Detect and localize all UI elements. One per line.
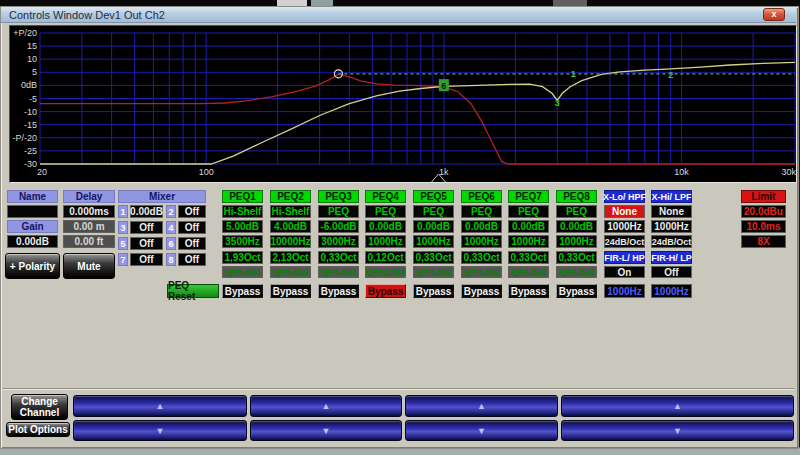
limit-release[interactable]: 8X	[741, 235, 786, 248]
close-button[interactable]: x	[763, 8, 785, 21]
peq-frequency-cell[interactable]: 1000Hz	[365, 235, 406, 248]
lpf-type[interactable]: None	[651, 205, 692, 218]
mixer-input-level[interactable]: 0.00dB	[130, 205, 163, 218]
lpf-frequency[interactable]: 1000Hz	[651, 220, 692, 233]
peq-gain-cell[interactable]: 0.00dB	[461, 220, 502, 233]
y-axis-tick-label: 0dB	[21, 80, 37, 90]
plot-options-button[interactable]: Plot Options	[6, 422, 70, 437]
fir-highpass-header: FIR-H/ LP	[651, 251, 692, 264]
mixer-input-level[interactable]: Off	[178, 253, 206, 266]
channel-down-bar[interactable]: ▼	[405, 420, 558, 441]
mixer-input-level[interactable]: Off	[130, 221, 163, 234]
plot-canvas[interactable]: +P/20151050dB-5-10-15-P/-20-25-30201001k…	[10, 26, 796, 182]
mixer-input-number: 2	[166, 205, 176, 218]
limit-threshold[interactable]: 20.0dBu	[741, 205, 786, 218]
peq-frequency-cell[interactable]: 10000Hz	[270, 235, 311, 248]
hpf-type[interactable]: None	[604, 205, 645, 218]
limit-header: Limit	[741, 190, 786, 203]
channel-down-bar[interactable]: ▼	[561, 420, 794, 441]
channel-up-bar[interactable]: ▲	[73, 395, 247, 417]
fir-lowpass-header: FIR-L/ HP	[604, 251, 645, 264]
peq-type-cell[interactable]: PEQ	[413, 205, 454, 218]
peq-bypass-button[interactable]: Bypass	[222, 284, 263, 298]
peq-type-cell[interactable]: PEQ	[365, 205, 406, 218]
channel-down-bar[interactable]: ▼	[250, 420, 402, 441]
delay-feet-field[interactable]: 0.00 ft	[63, 235, 115, 248]
peq-frequency-cell[interactable]: 1000Hz	[461, 235, 502, 248]
peq-band-header: PEQ2	[270, 190, 311, 203]
eq-band-marker[interactable]: 3	[555, 98, 560, 108]
mixer-input-level[interactable]: Off	[130, 253, 163, 266]
mixer-input-level[interactable]: Off	[178, 205, 206, 218]
mixer-input-level[interactable]: Off	[178, 237, 206, 250]
peq-frequency-cell[interactable]: 1000Hz	[413, 235, 454, 248]
mixer-input-number: 5	[118, 237, 128, 250]
eq-band-marker[interactable]: 1	[571, 69, 576, 79]
hpf-frequency[interactable]: 1000Hz	[604, 220, 645, 233]
channel-up-bar[interactable]: ▲	[561, 395, 794, 417]
peq-type-cell[interactable]: Hi-Shelf	[222, 205, 263, 218]
peq-gain-cell[interactable]: 4.00dB	[270, 220, 311, 233]
peq-bypass-button[interactable]: Bypass	[365, 284, 406, 298]
peq-type-cell[interactable]: PEQ	[318, 205, 359, 218]
peq-width-cell[interactable]: 2,13Oct	[270, 251, 311, 264]
hpf-slope[interactable]: 24dB/Oct	[604, 235, 645, 248]
eq-band-marker[interactable]: 6	[441, 81, 446, 91]
fir-hp-state[interactable]: On	[604, 266, 645, 278]
peq-frequency-cell[interactable]: 3500Hz	[222, 235, 263, 248]
peq-frequency-cell[interactable]: 3000Hz	[318, 235, 359, 248]
peq-gain-cell[interactable]: -6.00dB	[318, 220, 359, 233]
peq-type-cell[interactable]: PEQ	[556, 205, 597, 218]
peq-reset-button[interactable]: PEQ Reset	[167, 284, 219, 298]
peq-width-cell[interactable]: 1,93Oct	[222, 251, 263, 264]
fir-lp-frequency[interactable]: 1000Hz	[651, 284, 692, 298]
mute-button[interactable]: Mute	[63, 253, 115, 279]
frequency-response-plot[interactable]: +P/20151050dB-5-10-15-P/-20-25-30201001k…	[9, 25, 797, 183]
mixer-input-number: 8	[166, 253, 176, 266]
peq-gain-cell[interactable]: 0.00dB	[508, 220, 549, 233]
peq-q-readout: Q=12,018	[365, 266, 406, 278]
peq-frequency-cell[interactable]: 1000Hz	[556, 235, 597, 248]
lpf-slope[interactable]: 24dB/Oct	[651, 235, 692, 248]
channel-up-bar[interactable]: ▲	[250, 395, 402, 417]
eq-band-marker[interactable]: 2	[668, 70, 673, 80]
mixer-input-level[interactable]: Off	[130, 237, 163, 250]
limit-attack[interactable]: 10.0ms	[741, 220, 786, 233]
polarity-button[interactable]: + Polarity	[5, 253, 60, 279]
peq-bypass-button[interactable]: Bypass	[413, 284, 454, 298]
title-bar[interactable]: Controls Window Dev1 Out Ch2 x	[1, 7, 796, 23]
peq-width-cell[interactable]: 0,33Oct	[508, 251, 549, 264]
peq-width-cell[interactable]: 0,12Oct	[365, 251, 406, 264]
peq-bypass-button[interactable]: Bypass	[318, 284, 359, 298]
peq-bypass-button[interactable]: Bypass	[270, 284, 311, 298]
peq-width-cell[interactable]: 0,33Oct	[413, 251, 454, 264]
peq-bypass-button[interactable]: Bypass	[556, 284, 597, 298]
peq-width-cell[interactable]: 0,33Oct	[318, 251, 359, 264]
gain-value-field[interactable]: 0.00dB	[7, 235, 58, 248]
y-axis-tick-label: 10	[27, 54, 37, 64]
peq-bypass-button[interactable]: Bypass	[508, 284, 549, 298]
peq-gain-cell[interactable]: 0.00dB	[413, 220, 454, 233]
peq-bypass-button[interactable]: Bypass	[461, 284, 502, 298]
peq-type-cell[interactable]: PEQ	[508, 205, 549, 218]
mixer-input-level[interactable]: Off	[178, 221, 206, 234]
channel-up-bar[interactable]: ▲	[405, 395, 558, 417]
fir-hp-frequency[interactable]: 1000Hz	[604, 284, 645, 298]
peq-gain-cell[interactable]: 0.00dB	[556, 220, 597, 233]
channel-name-field[interactable]	[7, 205, 58, 218]
peq-q-readout: Q=0,619	[270, 266, 311, 278]
fir-lp-state[interactable]: Off	[651, 266, 692, 278]
peq-width-cell[interactable]: 0,33Oct	[556, 251, 597, 264]
peq-gain-cell[interactable]: 0.00dB	[365, 220, 406, 233]
peq-type-cell[interactable]: Hi-Shelf	[270, 205, 311, 218]
delay-meters-field[interactable]: 0.00 m	[63, 220, 115, 233]
peq-frequency-cell[interactable]: 1000Hz	[508, 235, 549, 248]
peq-type-cell[interactable]: PEQ	[461, 205, 502, 218]
peq-width-cell[interactable]: 0,33Oct	[461, 251, 502, 264]
delay-ms-field[interactable]: 0.000ms	[63, 205, 115, 218]
channel-down-bar[interactable]: ▼	[73, 420, 247, 441]
x-axis-tick-label: 30k	[781, 167, 796, 177]
change-channel-button[interactable]: Change Channel	[11, 394, 68, 420]
peq-gain-cell[interactable]: 5.00dB	[222, 220, 263, 233]
controls-window: Controls Window Dev1 Out Ch2 x +P/201510…	[0, 6, 799, 449]
